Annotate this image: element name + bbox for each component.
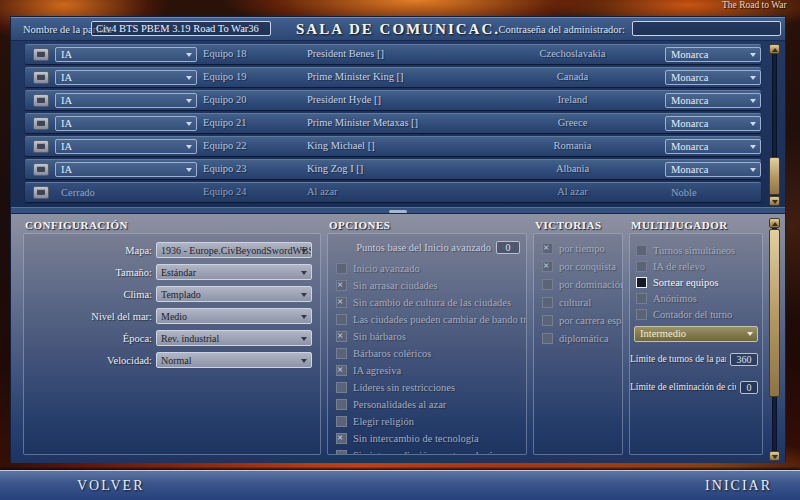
checkbox-icon[interactable]: × [336, 365, 347, 376]
config-field-select[interactable]: Normal [156, 352, 312, 368]
scroll-down-button[interactable] [769, 196, 780, 206]
multiplayer-checkbox-row[interactable]: × IA de relevo [636, 260, 762, 272]
option-checkbox-row[interactable]: × Sin bárbaros [336, 330, 526, 342]
option-checkbox-row[interactable]: × Sin intermediación con tecnología [336, 449, 526, 455]
difficulty-select[interactable]: Monarca [665, 162, 761, 177]
teams-scrollbar[interactable] [769, 44, 780, 206]
config-field-select[interactable]: 1936 - Europe.CivBeyondSwordWBSave [156, 242, 312, 258]
chevron-down-icon [301, 315, 307, 319]
checkbox-icon[interactable]: × [542, 261, 553, 272]
victory-checkbox-row[interactable]: × por dominación [542, 278, 622, 290]
splitter-grip[interactable] [389, 210, 407, 213]
slot-type-select[interactable]: IA [55, 162, 197, 177]
checkbox-icon[interactable]: × [542, 279, 553, 290]
slot-toggle-icon [37, 189, 45, 195]
slot-type-select[interactable]: IA [55, 116, 197, 131]
scrollbar-thumb[interactable] [769, 157, 780, 195]
checkbox-icon[interactable]: × [336, 399, 347, 410]
checkbox-icon[interactable]: × [542, 243, 553, 254]
checkbox-icon[interactable]: × [336, 450, 347, 456]
admin-password-input[interactable] [632, 21, 781, 36]
option-checkbox-row[interactable]: × Sin arrasar ciudades [336, 279, 526, 291]
multiplayer-checkbox-row[interactable]: × Sortear equipos [636, 276, 762, 288]
slot-type-select[interactable]: IA [55, 93, 197, 108]
difficulty-select[interactable]: Noble [665, 185, 761, 200]
victory-checkbox-row[interactable]: × por conquista [542, 260, 622, 272]
checkbox-icon[interactable]: × [336, 382, 347, 393]
config-field-select[interactable]: Templado [156, 286, 312, 302]
checkbox-icon[interactable]: × [336, 433, 347, 444]
turn-limit-input[interactable] [730, 353, 758, 366]
difficulty-select[interactable]: Monarca [665, 116, 761, 131]
victory-checkbox-row[interactable]: × cultural [542, 296, 622, 308]
back-button[interactable]: VOLVER [77, 478, 145, 494]
checkbox-icon[interactable]: × [542, 315, 553, 326]
checkbox-icon[interactable]: × [542, 297, 553, 308]
checkbox-icon[interactable]: × [636, 245, 647, 256]
config-field-value: 1936 - Europe.CivBeyondSwordWBSave [161, 245, 312, 256]
slot-toggle-button[interactable] [33, 71, 49, 84]
checkbox-icon[interactable]: × [336, 348, 347, 359]
leader-name: President Hyde [] [307, 94, 381, 105]
difficulty-select[interactable]: Monarca [665, 93, 761, 108]
option-checkbox-row[interactable]: × Inicio avanzado [336, 262, 526, 274]
multiplayer-checkbox-row[interactable]: × Contador del turno [636, 308, 762, 320]
multiplayer-checkbox-row[interactable]: × Anónimos [636, 292, 762, 304]
option-checkbox-row[interactable]: × Las ciudades pueden cambiar de bando t… [336, 313, 526, 325]
config-field-select[interactable]: Medio [156, 308, 312, 324]
scroll-up-button[interactable] [769, 218, 780, 228]
difficulty-select[interactable]: Monarca [665, 70, 761, 85]
slot-toggle-button[interactable] [33, 186, 49, 199]
option-checkbox-row[interactable]: × Sin intercambio de tecnología [336, 432, 526, 444]
config-field-select[interactable]: Estándar [156, 264, 312, 280]
checkmark-x-icon: × [337, 329, 343, 341]
chevron-down-icon [750, 99, 756, 103]
option-checkbox-row[interactable]: × Sin cambio de cultura de las ciudades [336, 296, 526, 308]
victory-checkbox-row[interactable]: × diplomática [542, 332, 622, 344]
slot-toggle-button[interactable] [33, 163, 49, 176]
option-checkbox-row[interactable]: × Elegir religión [336, 415, 526, 427]
slot-type-select[interactable]: IA [55, 47, 197, 62]
slot-toggle-button[interactable] [33, 94, 49, 107]
victory-checkbox-label: cultural [559, 297, 591, 308]
difficulty-select[interactable]: Monarca [665, 139, 761, 154]
config-field-label: Mapa: [24, 245, 152, 256]
slot-type-select[interactable]: Cerrado [55, 185, 197, 200]
slot-toggle-button[interactable] [33, 117, 49, 130]
scroll-up-button[interactable] [769, 44, 780, 54]
checkbox-icon[interactable]: × [636, 293, 647, 304]
multiplayer-checkbox-row[interactable]: × Turnos simultáneos [636, 244, 762, 256]
option-checkbox-row[interactable]: × Líderes sin restricciones [336, 381, 526, 393]
checkbox-icon[interactable]: × [336, 331, 347, 342]
start-button[interactable]: INICIAR [705, 478, 772, 494]
checkbox-icon[interactable]: × [336, 263, 347, 274]
city-elimination-input[interactable] [740, 381, 758, 394]
slot-toggle-button[interactable] [33, 48, 49, 61]
slot-type-select[interactable]: IA [55, 70, 197, 85]
chevron-down-icon [301, 359, 307, 363]
settings-scrollbar[interactable] [769, 218, 780, 461]
option-checkbox-row[interactable]: × Bárbaros coléricos [336, 347, 526, 359]
option-checkbox-row[interactable]: × IA agresiva [336, 364, 526, 376]
checkbox-icon[interactable]: × [336, 297, 347, 308]
difficulty-select[interactable]: Monarca [665, 47, 761, 62]
checkbox-icon[interactable]: × [636, 309, 647, 320]
checkbox-icon[interactable]: × [336, 416, 347, 427]
slot-type-select[interactable]: IA [55, 139, 197, 154]
checkbox-icon[interactable]: × [336, 314, 347, 325]
slot-toggle-button[interactable] [33, 140, 49, 153]
victory-checkbox-row[interactable]: × por carrera espacial [542, 314, 622, 326]
checkbox-icon[interactable]: × [542, 333, 553, 344]
checkbox-icon[interactable]: × [636, 261, 647, 272]
config-field-label: Velocidad: [24, 355, 152, 366]
config-field-select[interactable]: Rev. industrial [156, 330, 312, 346]
handicap-select[interactable]: Intermedio [634, 326, 758, 342]
advanced-start-input[interactable] [496, 241, 520, 254]
scrollbar-thumb[interactable] [769, 229, 780, 397]
checkbox-icon[interactable]: × [336, 280, 347, 291]
victory-checkbox-row[interactable]: × por tiempo [542, 242, 622, 254]
option-checkbox-row[interactable]: × Personalidades al azar [336, 398, 526, 410]
nation-name: Al azar [505, 186, 640, 197]
checkbox-icon[interactable]: × [636, 277, 647, 288]
scroll-down-button[interactable] [769, 451, 780, 461]
